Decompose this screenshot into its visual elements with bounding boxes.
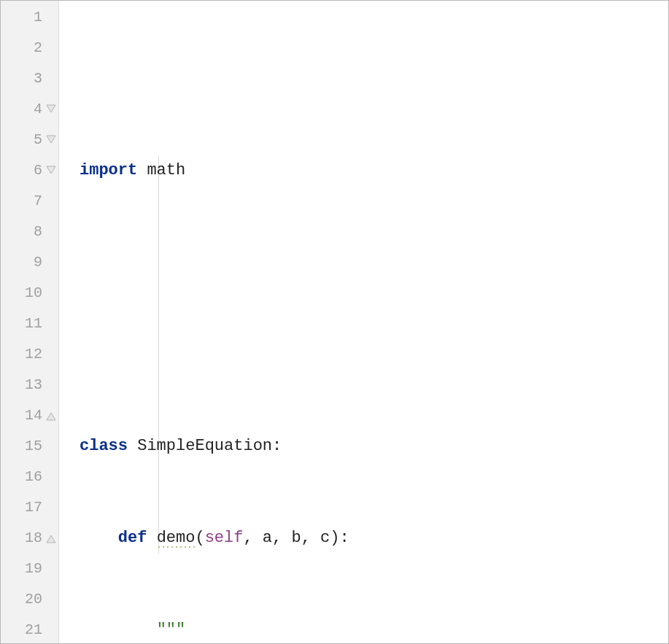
line-number: 6: [1, 155, 42, 186]
fold-end-icon[interactable]: [45, 532, 57, 544]
code-line[interactable]: """: [59, 615, 668, 643]
code-line[interactable]: import math: [59, 155, 668, 186]
code-line[interactable]: [59, 339, 668, 370]
line-number: 11: [1, 309, 42, 339]
line-number: 18: [1, 523, 42, 554]
fold-toggle-icon[interactable]: [45, 165, 57, 176]
code-line[interactable]: [59, 247, 668, 278]
line-number: 14: [1, 400, 42, 431]
line-number: 3: [1, 63, 42, 94]
gutter: 1 2 3 4 5 6 7 8 9 10 11 12 13 14 15 16 1…: [1, 1, 59, 643]
line-number: 8: [1, 217, 42, 247]
line-number: 12: [1, 339, 42, 370]
code-line[interactable]: class SimpleEquation:: [59, 431, 668, 462]
line-number: 19: [1, 554, 42, 584]
docstring-quotes: """: [157, 621, 186, 639]
fold-gutter: [44, 1, 58, 643]
line-number: 10: [1, 278, 42, 309]
line-number: 13: [1, 370, 42, 400]
fold-end-icon[interactable]: [45, 410, 57, 422]
keyword: def: [118, 529, 147, 547]
keyword: class: [80, 437, 128, 455]
fold-toggle-icon[interactable]: [45, 134, 57, 146]
line-number: 2: [1, 33, 42, 63]
identifier: math: [147, 161, 185, 179]
line-number: 16: [1, 462, 42, 492]
line-number: 21: [1, 615, 42, 644]
line-number: 5: [1, 125, 42, 155]
code-editor[interactable]: 1 2 3 4 5 6 7 8 9 10 11 12 13 14 15 16 1…: [1, 1, 668, 643]
function-name: demo: [157, 529, 196, 548]
line-number: 7: [1, 186, 42, 217]
code-line[interactable]: def demo(self, a, b, c):: [59, 523, 668, 554]
keyword: import: [80, 161, 137, 179]
line-number: 4: [1, 94, 42, 125]
line-number: 9: [1, 247, 42, 278]
line-number: 1: [1, 2, 42, 33]
class-name: SimpleEquation: [137, 437, 272, 455]
line-number: 17: [1, 492, 42, 523]
self-param: self: [205, 529, 244, 547]
line-number: 15: [1, 431, 42, 462]
line-number: 20: [1, 584, 42, 615]
fold-toggle-icon[interactable]: [45, 104, 57, 115]
code-area[interactable]: import math class SimpleEquation: def de…: [59, 1, 668, 643]
